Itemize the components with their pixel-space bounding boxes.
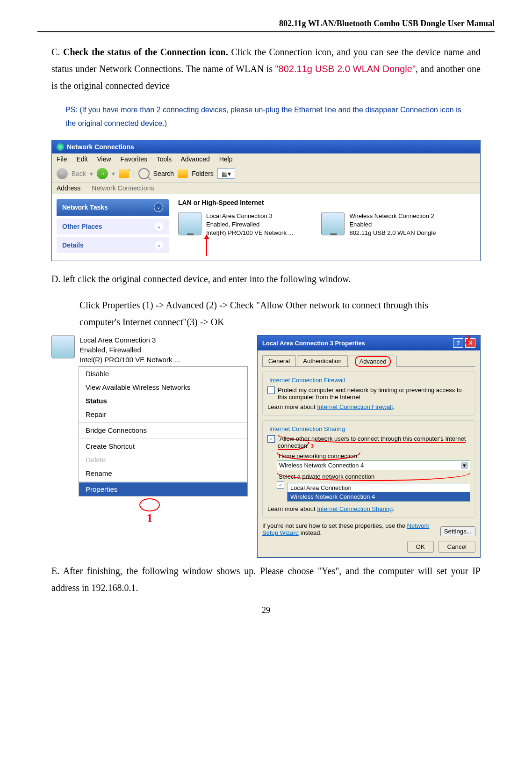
settings-button[interactable]: Settings... <box>440 526 475 536</box>
conn2-status: Enabled <box>349 220 436 229</box>
lan-section-title: LAN or High-Speed Internet <box>178 199 475 206</box>
ctx-status[interactable]: Status <box>79 394 247 408</box>
ics-link[interactable]: Internet Connection Sharing <box>317 505 393 512</box>
tab-authentication[interactable]: Authentication <box>297 355 347 366</box>
d2-a: Click <box>79 300 102 310</box>
nc-toolbar: ← Back▾ →▾ | Search Folders ▦▾ <box>52 165 480 182</box>
priv-opt-1[interactable]: Wireless Network Connection 4 <box>288 492 470 501</box>
connection-1[interactable]: Local Area Connection 3 Enabled, Firewal… <box>178 212 293 238</box>
ctx-delete: Delete <box>79 453 247 467</box>
folders-icon[interactable] <box>178 169 188 178</box>
tab-general[interactable]: General <box>262 355 296 366</box>
ps-note: PS: (If you have more than 2 connecting … <box>65 103 467 131</box>
expand-icon[interactable]: ⌄ <box>155 222 163 231</box>
ctx-repair[interactable]: Repair <box>79 408 247 421</box>
collapse-icon[interactable]: ⌄ <box>154 203 163 212</box>
help-icon[interactable]: ? <box>453 338 463 348</box>
fw-checkbox[interactable] <box>267 386 275 394</box>
menu-view[interactable]: View <box>97 155 111 163</box>
priv-checkbox[interactable]: ✓ <box>277 481 284 489</box>
other-places-panel[interactable]: Other Places ⌄ <box>57 219 169 234</box>
tab-advanced[interactable]: Advanced <box>349 356 397 367</box>
back-icon[interactable]: ← <box>57 168 68 179</box>
ctx-view-networks[interactable]: View Available Wireless Networks <box>79 380 247 394</box>
ctx-properties[interactable]: Properties <box>79 482 247 496</box>
network-tasks-panel[interactable]: Network Tasks ⌄ <box>57 199 169 216</box>
menu-favorites[interactable]: Favorites <box>120 155 147 163</box>
ics-fieldset: Internet Connection Sharing ✓ Allow othe… <box>262 420 475 518</box>
marker-3: 3 <box>311 442 314 449</box>
nc-addressbar: Address Network Connections <box>52 182 480 194</box>
section-c-red: "802.11g USB 2.0 WLAN Dongle" <box>275 64 416 74</box>
nc-menubar: File Edit View Favorites Tools Advanced … <box>52 153 480 165</box>
section-d-text: left click the original connected device… <box>63 274 351 284</box>
nc-sidebar: Network Tasks ⌄ Other Places ⌄ Details ⌄ <box>52 194 173 261</box>
ctx-name: Local Area Connection 3 <box>79 335 180 345</box>
ctx-header: Local Area Connection 3 Enabled, Firewal… <box>51 335 248 365</box>
search-icon[interactable] <box>138 168 150 179</box>
menu-edit[interactable]: Edit <box>76 155 87 163</box>
ctx-rename[interactable]: Rename <box>79 467 247 480</box>
props-titlebar: Local Area Connection 3 Properties ? ✕ <box>258 335 480 350</box>
ctx-disable[interactable]: Disable <box>79 367 247 380</box>
ok-button[interactable]: OK <box>407 541 434 553</box>
conn2-device: 802.11g USB 2.0 WLAN Dongle <box>349 229 436 237</box>
cancel-button[interactable]: Cancel <box>439 541 476 553</box>
ctx-bridge[interactable]: Bridge Connections <box>79 423 247 437</box>
priv-opt-0[interactable]: Local Area Connection <box>288 483 470 492</box>
section-c-bold: Check the status of the Connection icon. <box>63 47 228 57</box>
d2-c: Check <box>228 300 256 310</box>
menu-advanced[interactable]: Advanced <box>180 155 209 163</box>
details-label: Details <box>62 241 84 249</box>
context-menu: Disable View Available Wireless Networks… <box>79 366 248 496</box>
ics-chk-label: Allow other network users to connect thr… <box>278 435 466 450</box>
up-folder-icon[interactable] <box>119 169 129 178</box>
fw-chk-label: Protect my computer and network by limit… <box>278 386 470 401</box>
connection-icon-3 <box>51 335 75 358</box>
menu-tools[interactable]: Tools <box>157 155 172 163</box>
globe-small-icon <box>83 185 90 191</box>
section-e: E. After finishing, the following window… <box>51 562 481 596</box>
fw-link[interactable]: Internet Connection Firewall <box>317 403 393 410</box>
folders-button[interactable]: Folders <box>192 170 214 177</box>
search-button[interactable]: Search <box>153 170 174 177</box>
view-button[interactable]: ▦▾ <box>217 168 235 179</box>
conn1-name: Local Area Connection 3 <box>206 212 293 220</box>
address-value[interactable]: Network Connections <box>83 184 154 192</box>
section-c-label: C. <box>51 47 60 57</box>
section-e-label: E. <box>51 566 59 576</box>
ctx-device: Intel(R) PRO/100 VE Network ... <box>79 355 180 365</box>
marker-1: 1 <box>51 511 248 525</box>
ics-checkbox[interactable]: ✓ <box>267 435 275 443</box>
back-button[interactable]: Back <box>72 170 86 177</box>
section-d-label: D. <box>51 274 60 284</box>
ctx-status: Enabled, Firewalled <box>79 345 180 355</box>
chevron-down-icon: ▾ <box>461 462 468 469</box>
help-text2: instead. <box>299 529 322 536</box>
home-label: Home networking connection: <box>277 452 360 460</box>
ctx-shortcut[interactable]: Create Shortcut <box>79 439 247 453</box>
fw-legend: Internet Connection Firewall <box>267 377 347 384</box>
priv-label: Select a private network connection <box>277 473 470 481</box>
ics-legend: Internet Connection Sharing <box>267 425 347 432</box>
ics-learn: Learn more about <box>267 505 317 512</box>
menu-help[interactable]: Help <box>219 155 233 163</box>
connection-2[interactable]: Wireless Network Connection 2 Enabled 80… <box>321 212 436 238</box>
globe-icon <box>57 143 64 151</box>
conn1-status: Enabled, Firewalled <box>206 220 293 229</box>
page-header: 802.11g WLAN/Bluetooth Combo USB Dongle … <box>37 19 495 29</box>
props-tabs: General Authentication Advanced <box>262 355 475 367</box>
section-d-line2: Click Properties (1) -> Advanced (2) -> … <box>79 297 453 330</box>
priv-listbox[interactable]: Local Area Connection Wireless Network C… <box>287 483 470 502</box>
network-connections-window: Network Connections File Edit View Favor… <box>51 140 481 262</box>
menu-file[interactable]: File <box>57 155 67 163</box>
details-panel[interactable]: Details ⌄ <box>57 237 169 253</box>
marker-2: 2 <box>465 333 471 347</box>
other-places-label: Other Places <box>62 223 102 230</box>
home-select[interactable]: Wireless Network Connection 4 ▾ <box>277 460 470 470</box>
connection-icon <box>178 212 201 235</box>
expand-icon-2[interactable]: ⌄ <box>155 241 163 249</box>
network-tasks-label: Network Tasks <box>62 204 108 211</box>
d2-b: Properties (1) -> Advanced (2) -> <box>102 300 228 310</box>
forward-icon[interactable]: → <box>97 168 108 179</box>
